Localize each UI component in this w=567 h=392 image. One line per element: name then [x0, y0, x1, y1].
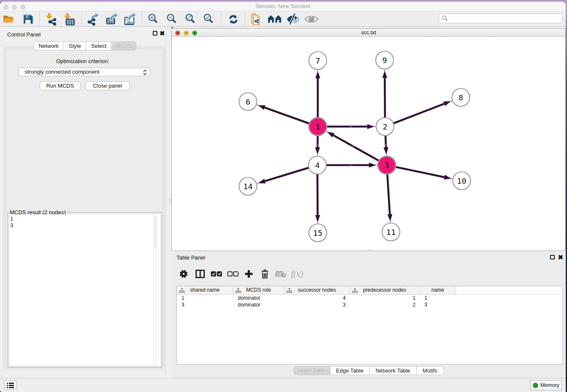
statusbar: Memory [0, 378, 566, 392]
memory-button[interactable]: Memory [530, 380, 562, 390]
cell-MCDS-role[interactable]: dominator [233, 295, 284, 301]
node-9[interactable]: 9 [376, 51, 394, 69]
column-header-label: MCDS role [233, 286, 284, 294]
node-7[interactable]: 7 [309, 52, 327, 69]
vertical-splitter-grip[interactable] [169, 199, 171, 203]
float-panel-icon[interactable] [153, 31, 157, 36]
column-header-name[interactable]: name [420, 286, 456, 294]
cell-name[interactable]: 3 [420, 301, 456, 308]
edge-2-8[interactable] [385, 104, 444, 127]
edge-arrowhead [367, 124, 374, 129]
table-close-icon[interactable]: ✖ [558, 255, 563, 259]
desktop: Session: New Session Control Panel ✖ Net… [0, 0, 567, 392]
search-input[interactable] [439, 14, 562, 23]
result-scrollbar[interactable] [153, 215, 157, 365]
cell-successor-nodes[interactable]: 4 [284, 295, 350, 301]
open-session-button[interactable] [0, 11, 18, 27]
delete-column-button[interactable] [258, 265, 272, 282]
search-icon [442, 15, 448, 22]
table-header: shared nameMCDS rolesuccessor nodesprede… [177, 286, 562, 295]
first-neighbors-icon [267, 12, 282, 26]
network-window-title: scc.txt [172, 29, 565, 37]
zoom-fit-button[interactable] [181, 11, 200, 27]
refresh-icon [229, 15, 238, 24]
zoom-out-button[interactable] [162, 11, 181, 27]
hide-selected-button[interactable] [284, 11, 302, 27]
table-row[interactable]: 1dominator411 [177, 295, 562, 301]
table-options-button[interactable] [177, 265, 190, 282]
close-panel-button[interactable]: Close panel [85, 81, 129, 90]
tab-select[interactable]: Select [86, 41, 112, 50]
criterion-select[interactable]: strongly connected component [19, 68, 150, 76]
cell-MCDS-role[interactable]: dominator [233, 301, 284, 308]
deselect-all-button[interactable] [226, 265, 239, 282]
import-network-button[interactable] [42, 11, 61, 27]
column-header-predecessor-nodes[interactable]: predecessor nodes [350, 286, 420, 294]
cell-shared-name[interactable]: 3 [177, 301, 233, 308]
column-header-MCDS-role[interactable]: MCDS role [233, 286, 284, 294]
table-panel-title: Table Panel [176, 254, 205, 261]
edge-arrowhead [383, 71, 388, 78]
cell-predecessor-nodes[interactable]: 1 [350, 295, 420, 301]
cell-successor-nodes[interactable]: 3 [284, 301, 350, 308]
zoom-in-button[interactable] [144, 11, 162, 27]
column-header-successor-nodes[interactable]: successor nodes [284, 286, 350, 294]
edge-arrowhead [258, 105, 266, 110]
column-header-shared-name[interactable]: shared name [177, 286, 233, 294]
mcds-result-text[interactable]: 1 3 [9, 215, 160, 366]
node-4[interactable]: 4 [308, 156, 326, 174]
task-history-button[interactable] [4, 381, 17, 390]
refresh-button[interactable] [224, 11, 242, 27]
network-view-window: scc.txt 1234678910111415 [171, 28, 566, 251]
select-all-button[interactable] [209, 265, 223, 282]
node-label: 10 [457, 177, 466, 185]
split-view-button[interactable] [193, 265, 207, 282]
edge-arrowhead [388, 214, 393, 221]
cell-shared-name[interactable]: 1 [177, 295, 233, 301]
table-options-icon [179, 269, 188, 279]
close-panel-icon[interactable]: ✖ [160, 31, 165, 36]
edge-arrowhead [327, 132, 335, 137]
node-10[interactable]: 10 [453, 172, 471, 190]
add-column-button[interactable] [242, 265, 256, 282]
cell-name[interactable]: 1 [420, 295, 456, 301]
clone-network-button[interactable] [247, 11, 265, 27]
tab-network[interactable]: Network [33, 41, 64, 50]
node-11[interactable]: 11 [382, 223, 400, 241]
network-canvas[interactable]: 1234678910111415 [172, 37, 565, 251]
zoom-selected-button[interactable] [199, 11, 218, 27]
save-session-button[interactable] [19, 11, 37, 27]
node-6[interactable]: 6 [239, 93, 257, 110]
table-tab-edge-table[interactable]: Edge Table [330, 366, 370, 375]
node-14[interactable]: 14 [239, 177, 257, 195]
network-window-titlebar[interactable]: scc.txt [172, 29, 565, 37]
tab-mcds[interactable]: MCDS [112, 41, 136, 50]
node-table: shared nameMCDS rolesuccessor nodesprede… [176, 286, 563, 364]
table-float-icon[interactable] [550, 255, 555, 259]
table-tab-network-table[interactable]: Network Table [370, 366, 417, 375]
export-network-icon [88, 13, 99, 26]
zoom-fit-icon [184, 13, 196, 25]
run-mcds-button[interactable]: Run MCDS [40, 81, 80, 90]
show-all-button[interactable] [302, 11, 321, 27]
node-2[interactable]: 2 [376, 118, 394, 135]
edge-arrowhead [315, 71, 320, 78]
first-neighbors-button[interactable] [265, 11, 284, 27]
node-3[interactable]: 3 [378, 156, 396, 174]
cell-predecessor-nodes[interactable]: 2 [350, 301, 420, 308]
node-8[interactable]: 8 [452, 88, 470, 106]
table-tab-node-table[interactable]: Node Table [294, 366, 330, 375]
import-table-button[interactable] [60, 11, 79, 27]
result-scrollbar-thumb[interactable] [154, 215, 156, 248]
tab-style[interactable]: Style [64, 41, 86, 50]
export-table-button[interactable] [102, 11, 121, 27]
table-row[interactable]: 3dominator323 [177, 301, 562, 308]
horizontal-splitter-grip[interactable] [367, 249, 370, 251]
export-image-button[interactable] [121, 11, 139, 27]
node-15[interactable]: 15 [309, 224, 327, 242]
node-1[interactable]: 1 [309, 118, 327, 135]
select-all-icon [211, 271, 222, 277]
export-network-button[interactable] [84, 11, 102, 27]
column-header-label: name [420, 286, 456, 294]
table-tab-motifs[interactable]: Motifs [417, 366, 444, 375]
